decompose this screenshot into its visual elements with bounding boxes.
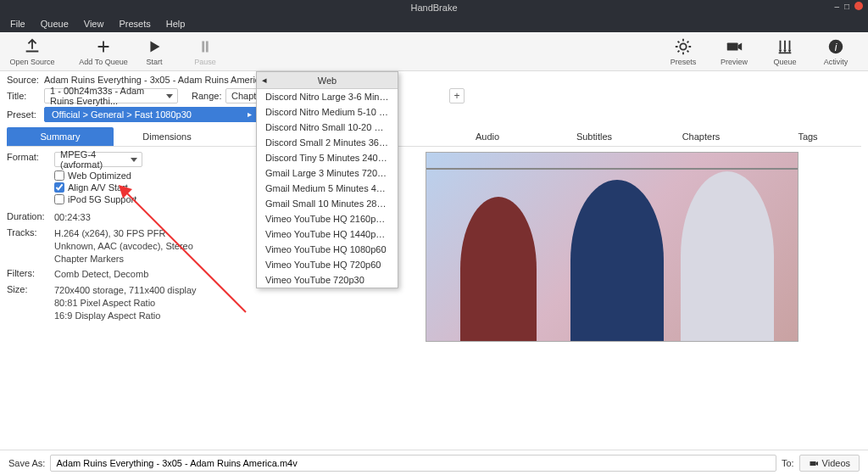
preset-option[interactable]: Discord Small 2 Minutes 360p30 (257, 135, 398, 150)
svg-point-0 (680, 43, 686, 49)
preset-option[interactable]: Discord Nitro Large 3-6 Minutes 1080p30 (257, 89, 398, 104)
activity-button[interactable]: i Activity (810, 37, 861, 66)
preset-option[interactable]: Vimeo YouTube HQ 1440p60 2.5K (257, 226, 398, 242)
queue-icon (776, 37, 794, 56)
tab-audio[interactable]: Audio (434, 127, 541, 146)
maximize-icon[interactable]: □ (844, 2, 849, 11)
plus-icon (94, 37, 113, 56)
preview-image (426, 152, 798, 342)
pause-icon (196, 37, 214, 56)
close-icon[interactable] (854, 2, 863, 10)
svg-rect-6 (810, 461, 815, 466)
preset-label: Preset: (7, 109, 41, 120)
pause-button: Pause (180, 37, 231, 66)
duration-value: 00:24:33 (54, 211, 91, 224)
camera-icon (725, 37, 743, 56)
tab-bar: Summary Dimensions Filters Video Audio S… (7, 127, 861, 147)
preset-option[interactable]: Discord Nitro Small 10-20 Minutes 480p30 (257, 120, 398, 135)
tracks-value: H.264 (x264), 30 FPS PFR Unknown, AAC (a… (54, 227, 193, 265)
range-label: Range: (192, 91, 222, 101)
preset-option[interactable]: Gmail Small 10 Minutes 288p30 (257, 196, 398, 211)
menu-view[interactable]: View (77, 17, 111, 31)
preset-option[interactable]: Gmail Large 3 Minutes 720p30 (257, 165, 398, 181)
menu-bar: File Queue View Presets Help (0, 15, 868, 32)
tab-subtitles[interactable]: Subtitles (541, 127, 648, 146)
preset-option[interactable]: Discord Tiny 5 Minutes 240p30 (257, 150, 398, 165)
format-label: Format: (7, 152, 54, 167)
preset-select[interactable]: Official > General > Fast 1080p30 (44, 107, 258, 122)
preset-option[interactable]: Gmail Medium 5 Minutes 480p30 (257, 181, 398, 196)
popup-back-icon[interactable]: ◂ (262, 75, 267, 86)
minimize-icon[interactable]: – (834, 2, 839, 11)
gear-icon (674, 37, 693, 56)
title-select[interactable]: 1 - 00h24m33s - Adam Ruins Everythi... (44, 88, 178, 103)
add-to-queue-button[interactable]: Add To Queue (78, 37, 129, 66)
title-bar: HandBrake – □ (0, 0, 868, 15)
menu-help[interactable]: Help (159, 17, 192, 31)
window-title: HandBrake (410, 3, 457, 13)
tab-tags[interactable]: Tags (754, 127, 861, 146)
filters-label: Filters: (7, 268, 54, 281)
preset-option[interactable]: Vimeo YouTube HQ 720p60 (257, 257, 398, 272)
open-source-button[interactable]: Open Source (7, 37, 58, 66)
to-label: To: (782, 458, 794, 468)
preview-pane (363, 152, 861, 342)
duration-label: Duration: (7, 211, 54, 224)
tab-dimensions[interactable]: Dimensions (114, 127, 220, 146)
preset-popup: ◂ Web Discord Nitro Large 3-6 Minutes 10… (256, 71, 398, 288)
open-icon (23, 37, 42, 56)
title-label: Title: (7, 91, 41, 101)
format-select[interactable]: MPEG-4 (avformat) (54, 152, 142, 167)
queue-button[interactable]: Queue (760, 37, 810, 66)
tracks-label: Tracks: (7, 227, 54, 265)
presets-button[interactable]: Presets (658, 37, 709, 66)
info-icon: i (826, 37, 845, 56)
size-value: 720x400 storage, 711x400 display 80:81 P… (54, 284, 197, 322)
add-preset-button[interactable]: + (449, 88, 465, 103)
svg-rect-1 (727, 42, 738, 50)
filters-value: Comb Detect, Decomb (54, 268, 148, 281)
play-icon (145, 37, 164, 56)
align-av-checkbox[interactable] (54, 182, 64, 193)
web-optimized-checkbox[interactable] (54, 170, 64, 181)
size-label: Size: (7, 284, 54, 322)
menu-queue[interactable]: Queue (34, 17, 75, 31)
folder-icon (809, 458, 819, 468)
saveas-label: Save As: (8, 458, 45, 468)
svg-text:i: i (835, 41, 837, 53)
menu-file[interactable]: File (3, 17, 32, 31)
preset-option[interactable]: Vimeo YouTube 720p30 (257, 272, 398, 288)
ipod5g-checkbox[interactable] (54, 194, 64, 204)
preset-option[interactable]: Discord Nitro Medium 5-10 Minutes 720p30 (257, 104, 398, 120)
toolbar: Open Source Add To Queue Start Pause Pre… (0, 32, 868, 71)
preset-option[interactable]: Vimeo YouTube HQ 1080p60 (257, 242, 398, 257)
save-bar: Save As: To: Videos (0, 450, 868, 475)
source-label: Source: (7, 75, 41, 85)
tab-summary[interactable]: Summary (7, 127, 114, 146)
popup-category: Web (274, 75, 392, 86)
preset-option[interactable]: Vimeo YouTube HQ 2160p60 4K (257, 211, 398, 226)
start-button[interactable]: Start (129, 37, 180, 66)
destination-button[interactable]: Videos (799, 455, 860, 472)
menu-presets[interactable]: Presets (112, 17, 157, 31)
preview-button[interactable]: Preview (709, 37, 760, 66)
saveas-input[interactable] (50, 455, 776, 472)
tab-chapters[interactable]: Chapters (648, 127, 754, 146)
